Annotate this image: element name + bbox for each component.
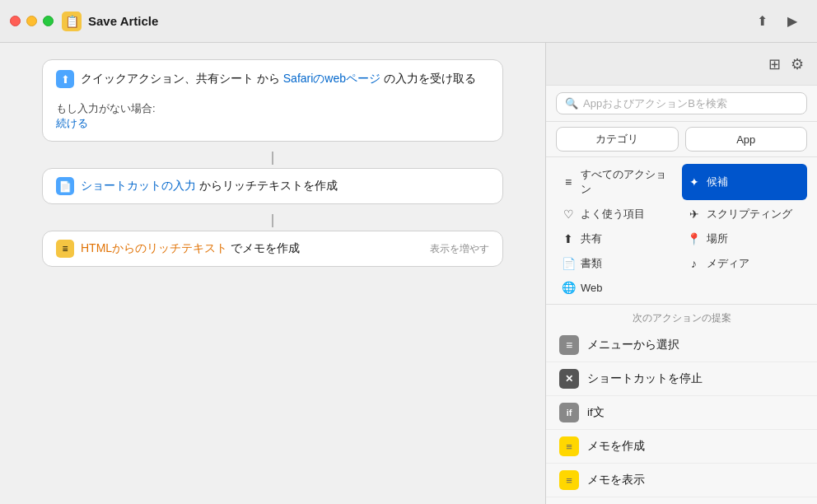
cat-share-label: 共有: [581, 231, 602, 246]
suggestion-label-menu: メニューから選択: [587, 338, 679, 352]
suggestion-stop-shortcut[interactable]: ✕ ショートカットを停止: [546, 362, 817, 396]
cat-scripting-icon: ✈: [687, 208, 702, 221]
cat-media-label: メディア: [707, 256, 749, 271]
suggestion-create-note[interactable]: ≡ メモを作成: [546, 430, 817, 464]
cat-location[interactable]: 📍 場所: [682, 228, 808, 250]
suggestion-if[interactable]: if if文: [546, 396, 817, 430]
search-bar: 🔍: [546, 86, 817, 122]
connector-1: [272, 152, 273, 165]
share-button[interactable]: ⬆: [754, 10, 771, 32]
action-1-link-safari[interactable]: Safariのwebページ: [283, 72, 380, 85]
action-card-2: 📄 ショートカットの入力 からリッチテキストを作成: [42, 168, 503, 204]
cat-suggestions-icon: ✦: [687, 175, 702, 189]
action-2-text-post: からリッチテキストを作成: [199, 179, 338, 192]
cat-web[interactable]: 🌐 Web: [556, 278, 682, 297]
suggestion-menu-select[interactable]: ≡ メニューから選択: [546, 329, 817, 362]
suggestion-icon-stop: ✕: [559, 369, 579, 389]
cat-favorites[interactable]: ♡ よく使う項目: [556, 203, 682, 225]
suggestion-icon-show-note: ≡: [559, 470, 579, 490]
action-2-title: ショートカットの入力 からリッチテキストを作成: [81, 178, 338, 194]
main-content: ⬆ クイックアクション、共有シート から Safariのwebページ の入力を受…: [0, 43, 817, 504]
cat-documents-label: 書類: [581, 256, 602, 271]
cat-web-icon: 🌐: [561, 281, 576, 294]
suggestion-label-show-note: メモを表示: [587, 473, 645, 488]
traffic-lights: [10, 16, 54, 26]
tab-app[interactable]: App: [685, 127, 808, 152]
titlebar-actions: ⬆ ▶: [754, 10, 801, 32]
cat-all-actions[interactable]: ≡ すべてのアクション: [556, 164, 682, 200]
cat-location-label: 場所: [707, 231, 728, 246]
action-1-icon: ⬆: [56, 70, 74, 88]
workflow-panel: ⬆ クイックアクション、共有シート から Safariのwebページ の入力を受…: [0, 43, 545, 504]
tab-category[interactable]: カテゴリ: [556, 127, 679, 152]
connector-2: [272, 214, 273, 227]
app-icon: 📋: [62, 12, 82, 31]
cat-favorites-label: よく使う項目: [581, 207, 645, 222]
cat-documents[interactable]: 📄 書類: [556, 253, 682, 274]
cat-all-label: すべてのアクション: [581, 167, 677, 197]
search-icon: 🔍: [565, 97, 578, 110]
cat-favorites-icon: ♡: [561, 208, 576, 221]
action-3-link-html[interactable]: HTMLからのリッチテキスト: [81, 241, 227, 254]
cat-suggestions-label: 候補: [707, 175, 728, 189]
action-1-title: クイックアクション、共有シート から Safariのwebページ の入力を受け取…: [81, 71, 476, 87]
action-1-header: ⬆ クイックアクション、共有シート から Safariのwebページ の入力を受…: [43, 60, 502, 98]
action-card-1: ⬆ クイックアクション、共有シート から Safariのwebページ の入力を受…: [42, 59, 503, 142]
cat-location-icon: 📍: [687, 232, 702, 245]
cat-all-icon: ≡: [561, 175, 576, 189]
search-input-wrapper: 🔍: [556, 92, 807, 114]
suggestion-icon-create-note: ≡: [559, 436, 579, 456]
action-2-link-shortcut[interactable]: ショートカットの入力: [81, 179, 196, 192]
cat-media[interactable]: ♪ メディア: [682, 253, 808, 274]
suggestion-label-stop: ショートカットを停止: [587, 371, 703, 386]
close-button[interactable]: [10, 16, 21, 26]
filter-tabs: カテゴリ App: [546, 122, 817, 157]
suggestion-icon-if: if: [559, 403, 579, 422]
categories-grid: ≡ すべてのアクション ✦ 候補 ♡ よく使う項目 ✈ スクリプティング ⬆ 共…: [546, 157, 817, 305]
action-3-icon: ≡: [56, 240, 74, 258]
search-input[interactable]: [583, 97, 798, 110]
suggestion-show-note[interactable]: ≡ メモを表示: [546, 464, 817, 497]
action-1-text-post: の入力を受け取る: [384, 72, 476, 85]
cat-media-icon: ♪: [687, 257, 702, 270]
cat-suggestions[interactable]: ✦ 候補: [682, 164, 808, 200]
action-1-text-pre: クイックアクション、共有シート から: [81, 72, 283, 85]
titlebar: 📋 Save Article ⬆ ▶: [0, 0, 817, 43]
action-1-body-label: もし入力がない場合:: [56, 101, 489, 116]
action-card-3: ≡ HTMLからのリッチテキスト でメモを作成 表示を増やす: [42, 231, 503, 267]
action-3-title: HTMLからのリッチテキスト でメモを作成: [81, 240, 300, 257]
suggestion-label-if: if文: [587, 405, 605, 420]
action-3-text-post: でメモを作成: [231, 241, 300, 254]
cat-scripting-label: スクリプティング: [707, 207, 792, 222]
run-button[interactable]: ▶: [784, 10, 801, 32]
action-2-icon: 📄: [56, 177, 74, 195]
cat-share-icon: ⬆: [561, 232, 576, 245]
action-3-row: ≡ HTMLからのリッチテキスト でメモを作成 表示を増やす: [43, 231, 502, 266]
suggestions-header: 次のアクションの提案: [546, 305, 817, 329]
add-action-icon[interactable]: ⊞: [768, 55, 781, 73]
suggestion-icon-menu: ≡: [559, 335, 579, 355]
action-1-body: もし入力がない場合: 続ける: [43, 98, 502, 141]
filter-icon[interactable]: ⚙: [791, 55, 804, 73]
right-panel: ⊞ ⚙ 🔍 カテゴリ App ≡ すべてのアクション ✦ 候補: [545, 43, 817, 504]
cat-scripting[interactable]: ✈ スクリプティング: [682, 203, 808, 225]
cat-documents-icon: 📄: [561, 257, 576, 270]
minimize-button[interactable]: [26, 16, 37, 26]
suggestion-label-create-note: メモを作成: [587, 439, 645, 454]
action-2-row: 📄 ショートカットの入力 からリッチテキストを作成: [43, 169, 502, 203]
expand-button[interactable]: 表示を増やす: [430, 242, 489, 256]
cat-share[interactable]: ⬆ 共有: [556, 228, 682, 250]
right-toolbar: ⊞ ⚙: [546, 43, 817, 86]
page-title: Save Article: [88, 14, 158, 28]
action-1-continue-link[interactable]: 続ける: [56, 117, 88, 129]
suggestions-section: 次のアクションの提案 ≡ メニューから選択 ✕ ショートカットを停止 if if…: [546, 305, 817, 504]
suggestion-add-note[interactable]: ≡ メモに追加: [546, 497, 817, 504]
maximize-button[interactable]: [43, 16, 54, 26]
cat-web-label: Web: [581, 282, 603, 294]
